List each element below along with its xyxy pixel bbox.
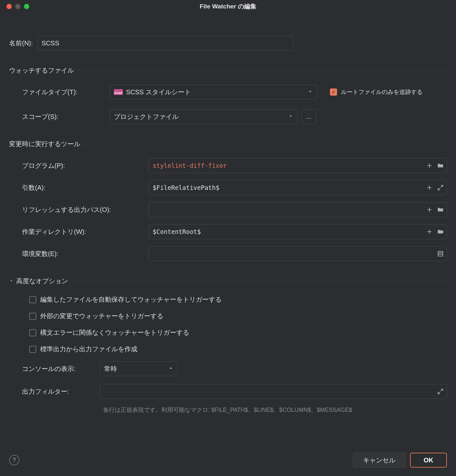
ok-button[interactable]: OK [410,453,447,468]
svg-rect-0 [438,251,443,256]
folder-icon[interactable] [437,228,444,235]
chevron-down-icon [308,88,313,96]
external-change-checkbox[interactable] [29,313,36,320]
console-label: コンソールの表示: [22,365,100,373]
working-dir-label: 作業ディレクトリ(W): [9,227,148,236]
console-value: 常時 [104,365,117,373]
scope-value: プロジェクトファイル [114,112,179,121]
window-title: File Watcher の編集 [0,2,456,11]
folder-icon[interactable] [437,162,444,169]
auto-save-checkbox[interactable] [29,296,36,303]
expand-icon[interactable] [437,388,444,395]
plus-icon[interactable] [426,184,433,191]
syntax-error-checkbox[interactable] [29,329,36,336]
sass-icon: SASS [114,89,123,95]
stdout-file-label: 標準出力から出力ファイルを作成 [40,345,137,354]
help-button[interactable]: ? [9,455,19,465]
scope-label: スコープ(S): [9,112,110,121]
plus-icon[interactable] [426,228,433,235]
env-label: 環境変数(E): [9,250,148,258]
watch-section-title: ウォッチするファイル [9,66,74,75]
output-paths-label: リフレッシュする出力パス(O): [9,205,148,214]
track-root-label: ルートファイルのみを追跡する [341,88,423,96]
filters-label: 出力フィルター: [22,387,100,396]
env-input[interactable] [153,250,443,258]
arguments-input[interactable] [153,184,443,191]
file-type-value: SCSS スタイルシート [126,88,191,97]
name-input[interactable] [41,40,289,47]
cancel-button[interactable]: キャンセル [353,453,405,468]
filters-input[interactable] [104,388,443,395]
track-root-checkbox[interactable] [330,88,337,96]
external-change-label: 外部の変更でウォッチャーをトリガーする [40,312,163,320]
program-input[interactable] [153,162,443,169]
folder-icon[interactable] [437,206,444,213]
file-type-label: ファイルタイプ(T): [9,88,110,97]
titlebar: File Watcher の編集 [0,0,456,13]
chevron-down-icon [168,365,173,373]
chevron-down-icon[interactable] [9,277,14,285]
tool-section-title: 変更時に実行するツール [9,140,80,148]
plus-icon[interactable] [426,162,433,169]
program-label: プログラム(P): [9,161,148,170]
scope-select[interactable]: プロジェクトファイル [110,109,298,124]
chevron-down-icon [288,113,293,121]
advanced-section-title: 高度なオプション [16,277,68,285]
syntax-error-label: 構文エラーに関係なくウォッチャーをトリガーする [40,328,189,337]
name-label: 名前(N): [9,39,37,48]
plus-icon[interactable] [426,206,433,213]
output-paths-input[interactable] [153,206,443,213]
console-select[interactable]: 常時 [100,361,178,376]
arguments-label: 引数(A): [9,183,148,192]
scope-more-button[interactable]: ... [301,109,316,124]
list-icon[interactable] [437,250,444,257]
expand-icon[interactable] [437,184,444,191]
auto-save-label: 編集したファイルを自動保存してウォッチャーをトリガーする [40,295,222,304]
working-dir-input[interactable] [153,228,443,235]
stdout-file-checkbox[interactable] [29,346,36,353]
file-type-select[interactable]: SASS SCSS スタイルシート [110,85,317,99]
filters-hint: 各行は正規表現です。利用可能なマクロ: $FILE_PATH$、$LINE$、$… [9,406,447,414]
